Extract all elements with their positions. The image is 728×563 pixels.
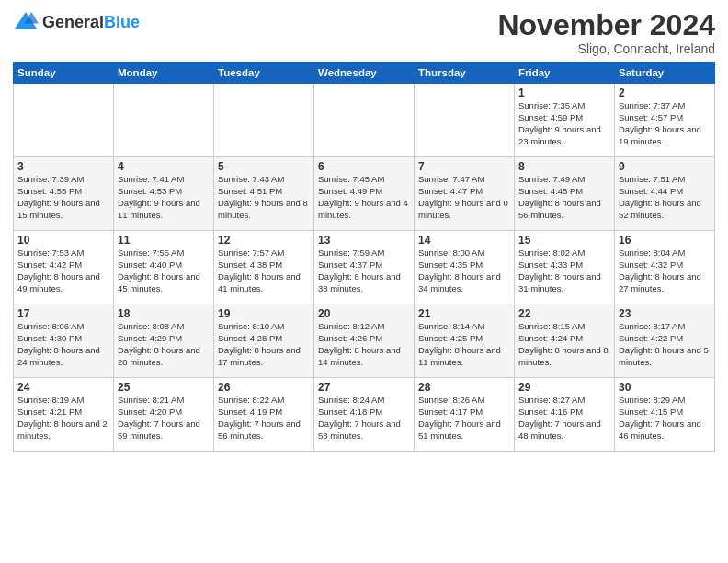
table-row: [314, 84, 415, 157]
day-info: Sunrise: 8:27 AM Sunset: 4:16 PM Dayligh…: [518, 395, 610, 442]
table-row: 1Sunrise: 7:35 AM Sunset: 4:59 PM Daylig…: [515, 84, 615, 157]
table-row: 22Sunrise: 8:15 AM Sunset: 4:24 PM Dayli…: [515, 304, 615, 378]
table-row: 5Sunrise: 7:43 AM Sunset: 4:51 PM Daylig…: [214, 157, 314, 231]
day-info: Sunrise: 7:59 AM Sunset: 4:37 PM Dayligh…: [318, 247, 410, 294]
day-number: 8: [518, 160, 610, 173]
table-row: 20Sunrise: 8:12 AM Sunset: 4:26 PM Dayli…: [314, 304, 415, 378]
day-info: Sunrise: 7:57 AM Sunset: 4:38 PM Dayligh…: [218, 247, 310, 294]
table-row: 21Sunrise: 8:14 AM Sunset: 4:25 PM Dayli…: [415, 304, 515, 378]
table-row: 13Sunrise: 7:59 AM Sunset: 4:37 PM Dayli…: [314, 231, 415, 304]
day-info: Sunrise: 8:29 AM Sunset: 4:15 PM Dayligh…: [619, 395, 711, 442]
table-row: 25Sunrise: 8:21 AM Sunset: 4:20 PM Dayli…: [114, 378, 214, 452]
table-row: [214, 84, 314, 157]
day-number: 6: [318, 160, 410, 173]
day-info: Sunrise: 8:14 AM Sunset: 4:25 PM Dayligh…: [418, 321, 510, 368]
table-row: 9Sunrise: 7:51 AM Sunset: 4:44 PM Daylig…: [615, 157, 715, 231]
day-info: Sunrise: 8:22 AM Sunset: 4:19 PM Dayligh…: [218, 395, 310, 442]
day-info: Sunrise: 7:53 AM Sunset: 4:42 PM Dayligh…: [17, 247, 109, 294]
day-info: Sunrise: 7:41 AM Sunset: 4:53 PM Dayligh…: [118, 174, 210, 221]
day-number: 23: [619, 307, 711, 320]
table-row: 10Sunrise: 7:53 AM Sunset: 4:42 PM Dayli…: [14, 231, 114, 304]
month-title: November 2024: [497, 9, 715, 41]
day-info: Sunrise: 7:43 AM Sunset: 4:51 PM Dayligh…: [218, 174, 310, 221]
day-number: 24: [17, 381, 109, 394]
calendar-table: Sunday Monday Tuesday Wednesday Thursday…: [13, 62, 715, 452]
day-number: 1: [518, 86, 610, 99]
table-row: 7Sunrise: 7:47 AM Sunset: 4:47 PM Daylig…: [415, 157, 515, 231]
table-row: 12Sunrise: 7:57 AM Sunset: 4:38 PM Dayli…: [214, 231, 314, 304]
col-friday: Friday: [515, 63, 615, 84]
day-number: 27: [318, 381, 410, 394]
day-info: Sunrise: 7:51 AM Sunset: 4:44 PM Dayligh…: [619, 174, 711, 221]
logo-general: GeneralBlue: [42, 14, 140, 31]
day-number: 10: [17, 234, 109, 247]
day-info: Sunrise: 8:08 AM Sunset: 4:29 PM Dayligh…: [118, 321, 210, 368]
location: Sligo, Connacht, Ireland: [497, 41, 715, 56]
table-row: 28Sunrise: 8:26 AM Sunset: 4:17 PM Dayli…: [415, 378, 515, 452]
day-info: Sunrise: 8:06 AM Sunset: 4:30 PM Dayligh…: [17, 321, 109, 368]
day-number: 4: [118, 160, 210, 173]
table-row: 29Sunrise: 8:27 AM Sunset: 4:16 PM Dayli…: [515, 378, 615, 452]
day-info: Sunrise: 8:19 AM Sunset: 4:21 PM Dayligh…: [17, 395, 109, 442]
day-info: Sunrise: 7:49 AM Sunset: 4:45 PM Dayligh…: [518, 174, 610, 221]
day-number: 16: [619, 234, 711, 247]
title-area: November 2024 Sligo, Connacht, Ireland: [497, 9, 715, 56]
day-info: Sunrise: 7:47 AM Sunset: 4:47 PM Dayligh…: [418, 174, 510, 221]
day-number: 28: [418, 381, 510, 394]
day-number: 29: [518, 381, 610, 394]
day-number: 3: [17, 160, 109, 173]
table-row: 14Sunrise: 8:00 AM Sunset: 4:35 PM Dayli…: [415, 231, 515, 304]
table-row: 19Sunrise: 8:10 AM Sunset: 4:28 PM Dayli…: [214, 304, 314, 378]
day-info: Sunrise: 8:02 AM Sunset: 4:33 PM Dayligh…: [518, 247, 610, 294]
table-row: [14, 84, 114, 157]
table-row: 11Sunrise: 7:55 AM Sunset: 4:40 PM Dayli…: [114, 231, 214, 304]
day-info: Sunrise: 8:10 AM Sunset: 4:28 PM Dayligh…: [218, 321, 310, 368]
day-info: Sunrise: 8:15 AM Sunset: 4:24 PM Dayligh…: [518, 321, 610, 368]
table-row: 8Sunrise: 7:49 AM Sunset: 4:45 PM Daylig…: [515, 157, 615, 231]
day-info: Sunrise: 8:04 AM Sunset: 4:32 PM Dayligh…: [619, 247, 711, 294]
day-number: 5: [218, 160, 310, 173]
day-number: 30: [619, 381, 711, 394]
day-number: 18: [118, 307, 210, 320]
table-row: [114, 84, 214, 157]
table-row: 17Sunrise: 8:06 AM Sunset: 4:30 PM Dayli…: [14, 304, 114, 378]
table-row: 3Sunrise: 7:39 AM Sunset: 4:55 PM Daylig…: [14, 157, 114, 231]
table-row: 27Sunrise: 8:24 AM Sunset: 4:18 PM Dayli…: [314, 378, 415, 452]
col-saturday: Saturday: [615, 63, 715, 84]
day-number: 19: [218, 307, 310, 320]
logo-icon: [13, 9, 39, 35]
day-number: 2: [619, 86, 711, 99]
day-info: Sunrise: 7:45 AM Sunset: 4:49 PM Dayligh…: [318, 174, 410, 221]
day-number: 17: [17, 307, 109, 320]
day-number: 22: [518, 307, 610, 320]
day-number: 11: [118, 234, 210, 247]
table-row: 15Sunrise: 8:02 AM Sunset: 4:33 PM Dayli…: [515, 231, 615, 304]
day-number: 20: [318, 307, 410, 320]
table-row: 30Sunrise: 8:29 AM Sunset: 4:15 PM Dayli…: [615, 378, 715, 452]
table-row: 4Sunrise: 7:41 AM Sunset: 4:53 PM Daylig…: [114, 157, 214, 231]
day-info: Sunrise: 7:35 AM Sunset: 4:59 PM Dayligh…: [518, 100, 610, 147]
day-number: 7: [418, 160, 510, 173]
day-info: Sunrise: 7:37 AM Sunset: 4:57 PM Dayligh…: [619, 100, 711, 147]
calendar-header-row: Sunday Monday Tuesday Wednesday Thursday…: [14, 63, 715, 84]
table-row: [415, 84, 515, 157]
day-info: Sunrise: 8:24 AM Sunset: 4:18 PM Dayligh…: [318, 395, 410, 442]
col-monday: Monday: [114, 63, 214, 84]
logo: GeneralBlue: [13, 9, 140, 35]
table-row: 24Sunrise: 8:19 AM Sunset: 4:21 PM Dayli…: [14, 378, 114, 452]
col-tuesday: Tuesday: [214, 63, 314, 84]
day-info: Sunrise: 8:17 AM Sunset: 4:22 PM Dayligh…: [619, 321, 711, 368]
day-number: 26: [218, 381, 310, 394]
table-row: 16Sunrise: 8:04 AM Sunset: 4:32 PM Dayli…: [615, 231, 715, 304]
day-info: Sunrise: 8:00 AM Sunset: 4:35 PM Dayligh…: [418, 247, 510, 294]
col-wednesday: Wednesday: [314, 63, 415, 84]
day-number: 25: [118, 381, 210, 394]
table-row: 23Sunrise: 8:17 AM Sunset: 4:22 PM Dayli…: [615, 304, 715, 378]
day-number: 9: [619, 160, 711, 173]
page-header: GeneralBlue November 2024 Sligo, Connach…: [13, 9, 715, 56]
table-row: 18Sunrise: 8:08 AM Sunset: 4:29 PM Dayli…: [114, 304, 214, 378]
table-row: 26Sunrise: 8:22 AM Sunset: 4:19 PM Dayli…: [214, 378, 314, 452]
day-number: 14: [418, 234, 510, 247]
col-thursday: Thursday: [415, 63, 515, 84]
day-info: Sunrise: 8:12 AM Sunset: 4:26 PM Dayligh…: [318, 321, 410, 368]
